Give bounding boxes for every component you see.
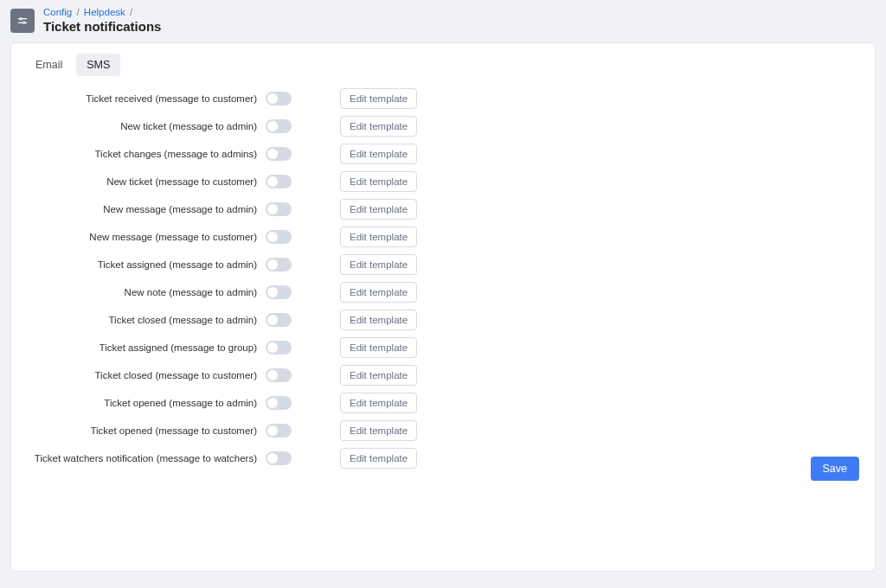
settings-icon[interactable]	[10, 9, 35, 33]
svg-point-2	[20, 17, 22, 19]
page-header: Config / Helpdesk / Ticket notifications	[0, 0, 886, 42]
notification-row: Ticket opened (message to customer)Edit …	[25, 417, 861, 444]
notification-row: Ticket closed (message to customer)Edit …	[25, 361, 861, 389]
toggle-knob	[267, 149, 278, 159]
notification-row: Ticket changes (message to admins)Edit t…	[25, 140, 861, 168]
tabs: Email SMS	[11, 43, 875, 76]
edit-template-button[interactable]: Edit template	[340, 310, 417, 330]
toggle-knob	[267, 398, 278, 408]
notification-toggle[interactable]	[266, 175, 292, 189]
breadcrumb-sep: /	[128, 7, 134, 17]
toggle-knob	[267, 232, 278, 242]
notification-label: Ticket closed (message to admin)	[25, 315, 266, 325]
notification-label: Ticket watchers notification (message to…	[25, 453, 266, 463]
notification-row: Ticket assigned (message to group)Edit t…	[25, 334, 861, 361]
save-button[interactable]: Save	[811, 457, 860, 481]
tab-sms[interactable]: SMS	[76, 54, 120, 76]
toggle-knob	[267, 315, 278, 325]
notification-row: Ticket opened (message to admin)Edit tem…	[25, 389, 861, 417]
breadcrumb-helpdesk[interactable]: Helpdesk	[84, 7, 125, 17]
tab-email[interactable]: Email	[25, 54, 73, 76]
toggle-knob	[267, 176, 278, 187]
notification-label: New note (message to admin)	[25, 287, 266, 297]
notification-label: Ticket opened (message to customer)	[25, 425, 266, 436]
notification-toggle[interactable]	[266, 230, 292, 244]
edit-template-button[interactable]: Edit template	[340, 116, 417, 137]
notification-label: New message (message to customer)	[25, 232, 266, 242]
notification-rows: Ticket received (message to customer)Edi…	[11, 76, 875, 481]
edit-template-button[interactable]: Edit template	[340, 393, 417, 413]
toggle-knob	[267, 453, 278, 463]
edit-template-button[interactable]: Edit template	[340, 420, 417, 441]
toggle-knob	[267, 259, 278, 270]
notification-toggle[interactable]	[266, 341, 292, 355]
edit-template-button[interactable]: Edit template	[340, 254, 417, 275]
notification-toggle[interactable]	[266, 451, 292, 465]
toggle-knob	[267, 370, 278, 380]
notification-row: New ticket (message to customer)Edit tem…	[25, 168, 861, 195]
notification-toggle[interactable]	[266, 92, 292, 105]
edit-template-button[interactable]: Edit template	[340, 88, 417, 109]
notification-toggle[interactable]	[266, 258, 292, 272]
notification-toggle[interactable]	[266, 313, 292, 327]
notification-row: Ticket assigned (message to admin)Edit t…	[25, 251, 861, 278]
notification-row: Ticket watchers notification (message to…	[25, 444, 861, 472]
notification-toggle[interactable]	[266, 368, 292, 382]
main-card: Email SMS Ticket received (message to cu…	[10, 42, 876, 572]
notification-label: Ticket closed (message to customer)	[25, 370, 266, 380]
breadcrumb-sep: /	[74, 7, 80, 17]
edit-template-button[interactable]: Edit template	[340, 448, 417, 469]
breadcrumb: Config / Helpdesk /	[43, 7, 161, 17]
toggle-knob	[267, 93, 278, 104]
notification-label: Ticket changes (message to admins)	[25, 149, 266, 159]
notification-row: Ticket received (message to customer)Edi…	[25, 85, 861, 112]
edit-template-button[interactable]: Edit template	[340, 144, 417, 164]
notification-label: New ticket (message to customer)	[25, 176, 266, 187]
edit-template-button[interactable]: Edit template	[340, 171, 417, 192]
breadcrumb-config[interactable]: Config	[43, 7, 72, 17]
svg-point-3	[23, 22, 25, 23]
toggle-knob	[267, 342, 278, 353]
notification-label: New ticket (message to admin)	[25, 121, 266, 131]
notification-toggle[interactable]	[266, 202, 292, 216]
notification-label: Ticket opened (message to admin)	[25, 398, 266, 408]
notification-toggle[interactable]	[266, 147, 292, 161]
edit-template-button[interactable]: Edit template	[340, 282, 417, 303]
toggle-knob	[267, 204, 278, 214]
toggle-knob	[267, 121, 278, 131]
notification-label: Ticket assigned (message to admin)	[25, 259, 266, 270]
notification-row: New message (message to customer)Edit te…	[25, 223, 861, 251]
notification-label: Ticket received (message to customer)	[25, 93, 266, 104]
notification-label: Ticket assigned (message to group)	[25, 342, 266, 353]
toggle-knob	[267, 425, 278, 436]
notification-toggle[interactable]	[266, 119, 292, 133]
notification-toggle[interactable]	[266, 424, 292, 438]
page-title: Ticket notifications	[43, 19, 161, 34]
edit-template-button[interactable]: Edit template	[340, 199, 417, 220]
notification-toggle[interactable]	[266, 285, 292, 299]
notification-label: New message (message to admin)	[25, 204, 266, 214]
notification-toggle[interactable]	[266, 396, 292, 410]
notification-row: Ticket closed (message to admin)Edit tem…	[25, 306, 861, 334]
edit-template-button[interactable]: Edit template	[340, 365, 417, 386]
edit-template-button[interactable]: Edit template	[340, 337, 417, 358]
edit-template-button[interactable]: Edit template	[340, 227, 417, 247]
notification-row: New note (message to admin)Edit template	[25, 278, 861, 306]
toggle-knob	[267, 287, 278, 297]
notification-row: New ticket (message to admin)Edit templa…	[25, 112, 861, 140]
notification-row: New message (message to admin)Edit templ…	[25, 195, 861, 223]
